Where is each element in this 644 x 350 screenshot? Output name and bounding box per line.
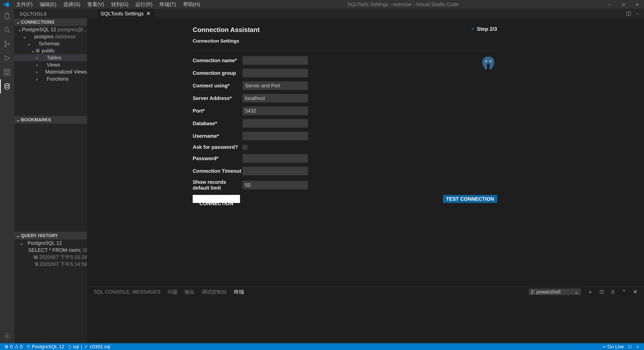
tree-server[interactable]: ⌄ PostgreSQL 12 postgres@l... bbox=[14, 26, 87, 33]
status-lang[interactable]: sql bbox=[66, 344, 81, 349]
input-timeout[interactable] bbox=[243, 167, 308, 175]
terminal-tab-debug[interactable]: 调试控制台 bbox=[202, 289, 227, 295]
step-indicator: < Step 2/3 bbox=[471, 26, 497, 32]
window-controls bbox=[602, 0, 644, 9]
svg-point-24 bbox=[27, 345, 30, 346]
chevron-right-icon: › bbox=[35, 76, 39, 82]
check-icon: ✓ bbox=[84, 344, 88, 349]
panel-bookmarks: ⌄BOOKMARKS bbox=[14, 116, 87, 232]
menu-edit[interactable]: 编辑(E) bbox=[36, 1, 60, 8]
tab-sqltools-settings[interactable]: SQLTools Settings ✕ bbox=[97, 9, 154, 18]
kill-terminal-icon[interactable] bbox=[611, 290, 615, 294]
qh-server[interactable]: ⌄ PostgreSQL 12 bbox=[14, 239, 87, 247]
panel-header-connections[interactable]: ⌄CONNECTIONS bbox=[14, 18, 87, 26]
svg-point-4 bbox=[5, 46, 6, 47]
input-server-address[interactable]: localhost bbox=[243, 94, 308, 102]
panel-header-query-history[interactable]: ⌄QUERY HISTORY bbox=[14, 232, 87, 239]
svg-rect-15 bbox=[38, 51, 39, 52]
split-editor-icon[interactable] bbox=[626, 11, 631, 16]
status-feedback[interactable] bbox=[626, 345, 634, 349]
qh-entry-0[interactable]: SELECT * FROM room; 2020/... bbox=[14, 247, 87, 254]
status-db[interactable]: PostgreSQL 12 bbox=[25, 344, 66, 349]
chevron-right-icon: › bbox=[35, 69, 39, 75]
label-connect-using: Connect using* bbox=[193, 83, 243, 89]
terminal-tab-sql-console[interactable]: SQL CONSOLE: MESSAGES bbox=[94, 289, 160, 295]
close-icon[interactable]: ✕ bbox=[633, 289, 637, 295]
activity-search[interactable] bbox=[0, 23, 14, 37]
status-errors-warnings[interactable]: ⊗0 ⚠0 bbox=[3, 344, 25, 349]
input-port[interactable]: 5432 bbox=[243, 107, 308, 115]
activity-source-control[interactable] bbox=[0, 37, 14, 51]
menu-help[interactable]: 帮助(H) bbox=[180, 1, 204, 8]
select-connect-using[interactable]: Server and Port bbox=[243, 81, 308, 90]
status-bell[interactable] bbox=[634, 345, 641, 348]
svg-rect-1 bbox=[622, 4, 624, 6]
section-label: Connection Settings bbox=[193, 38, 497, 44]
input-connection-name[interactable] bbox=[243, 56, 308, 65]
tree-database[interactable]: ⌄ postgres database bbox=[14, 33, 87, 40]
terminal-body[interactable] bbox=[87, 297, 644, 343]
activity-bar bbox=[0, 9, 14, 343]
svg-point-2 bbox=[5, 27, 8, 31]
menu-terminal[interactable]: 终端(T) bbox=[156, 1, 180, 8]
assistant-title: Connection Assistant bbox=[193, 26, 260, 34]
qh-entry-2[interactable]: \l 2020/6/7 下午5:14:59 bbox=[14, 261, 87, 268]
tree-public[interactable]: ⌄ public bbox=[14, 47, 87, 54]
tree-mat-views[interactable]: › Materialized Views bbox=[14, 68, 87, 75]
close-icon[interactable]: ✕ bbox=[146, 11, 151, 17]
menu-run[interactable]: 运行(R) bbox=[132, 1, 156, 8]
terminal-tab-problems[interactable]: 问题 bbox=[168, 289, 178, 295]
terminal-tab-output[interactable]: 输出 bbox=[185, 289, 195, 295]
new-terminal-icon[interactable]: ＋ bbox=[588, 289, 593, 295]
activity-explorer[interactable] bbox=[0, 9, 14, 23]
label-database: Database* bbox=[193, 121, 243, 126]
activity-debug[interactable] bbox=[0, 51, 14, 65]
chevron-down-icon: ⌄ bbox=[27, 41, 31, 47]
test-connection-button[interactable]: TEST CONNECTION bbox=[443, 195, 497, 203]
svg-rect-14 bbox=[36, 51, 37, 52]
tree-functions[interactable]: › Functions bbox=[14, 75, 87, 82]
panel-header-bookmarks[interactable]: ⌄BOOKMARKS bbox=[14, 116, 87, 124]
close-button[interactable] bbox=[630, 0, 644, 9]
activity-extensions[interactable] bbox=[0, 65, 14, 79]
menu-goto[interactable]: 转到(G) bbox=[108, 1, 132, 8]
minimize-button[interactable] bbox=[602, 0, 616, 9]
chevron-down-icon: ⌄ bbox=[18, 26, 22, 32]
chevron-down-icon: ⌄ bbox=[574, 289, 579, 295]
db-detail: database bbox=[55, 34, 76, 40]
status-bar: ⊗0 ⚠0 PostgreSQL 12 sql | ✓ c0302.sql Go… bbox=[0, 343, 644, 350]
tree-schemas[interactable]: ⌄ Schemas bbox=[14, 40, 87, 47]
qh-entry-1[interactable]: \d 2020/6/7 下午5:15:24 bbox=[14, 254, 87, 261]
terminal-selector[interactable]: 2: powershell⌄ bbox=[529, 289, 581, 295]
tree-tables[interactable]: › Tables bbox=[14, 54, 87, 61]
activity-settings[interactable] bbox=[0, 329, 14, 343]
chevron-up-icon[interactable]: ⌃ bbox=[622, 289, 626, 295]
back-button[interactable]: < bbox=[471, 26, 474, 32]
save-connection-button[interactable]: SAVE CONNECTION bbox=[193, 195, 240, 203]
more-icon[interactable]: ⋯ bbox=[635, 11, 639, 16]
label-record-limit: Show records default limit bbox=[193, 179, 243, 191]
status-go-live[interactable]: Go Live bbox=[600, 344, 626, 349]
input-connection-group[interactable] bbox=[243, 69, 308, 77]
window-title: SQLTools Settings - exercise - Visual St… bbox=[204, 2, 602, 7]
menu-file[interactable]: 文件(F) bbox=[13, 1, 36, 8]
input-password[interactable] bbox=[243, 154, 308, 163]
svg-rect-8 bbox=[8, 73, 10, 75]
split-terminal-icon[interactable] bbox=[600, 290, 604, 294]
input-database[interactable] bbox=[243, 119, 308, 128]
input-record-limit[interactable]: 50 bbox=[243, 181, 308, 189]
status-file[interactable]: ✓ c0302.sql bbox=[82, 344, 112, 349]
checkbox-ask-password[interactable] bbox=[243, 145, 248, 150]
terminal-tab-terminal[interactable]: 终端 bbox=[234, 289, 244, 295]
input-username[interactable] bbox=[243, 132, 308, 140]
maximize-button[interactable] bbox=[616, 0, 630, 9]
menu-select[interactable]: 选择(S) bbox=[60, 1, 84, 8]
label-connection-group: Connection group bbox=[193, 70, 243, 76]
tree-views[interactable]: › Views bbox=[14, 61, 87, 68]
activity-sqltools[interactable] bbox=[0, 79, 14, 93]
menu-view[interactable]: 查看(V) bbox=[84, 1, 108, 8]
chevron-right-icon: › bbox=[35, 55, 39, 61]
terminal-panel: SQL CONSOLE: MESSAGES 问题 输出 调试控制台 终端 2: … bbox=[87, 287, 644, 343]
error-icon: ⊗ bbox=[5, 344, 9, 349]
schema-icon bbox=[35, 49, 40, 53]
